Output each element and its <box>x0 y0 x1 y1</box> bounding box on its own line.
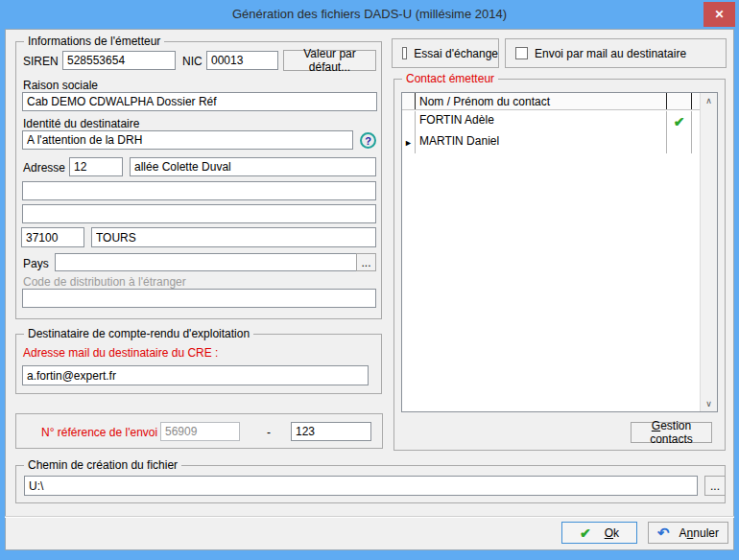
manage-contacts-button[interactable]: Gestion contacts <box>631 422 712 443</box>
row-pointer-icon: ► <box>404 139 413 148</box>
selected-check-cell <box>667 132 692 153</box>
path-group-title: Chemin de création du fichier <box>24 458 181 472</box>
contact-name: FORTIN Adèle <box>416 111 667 132</box>
ellipsis-icon: ... <box>710 479 720 493</box>
zip-input[interactable] <box>21 227 84 247</box>
path-browse-button[interactable]: ... <box>704 476 726 496</box>
envoi-mail-label: Envoi par mail au destinataire <box>535 47 686 60</box>
cre-group-title: Destinataire de compte-rendu d'exploitat… <box>24 327 253 340</box>
contacts-scrollbar[interactable]: ∧ ∨ <box>700 93 717 411</box>
foreign-code-input[interactable] <box>22 289 376 308</box>
reference-number-input <box>160 422 240 441</box>
city-input[interactable] <box>91 227 376 247</box>
undo-arrow-icon: ↶ <box>657 525 670 540</box>
contact-row-martin[interactable]: ► MARTIN Daniel <box>402 132 715 153</box>
close-button[interactable]: ✕ <box>703 2 735 27</box>
reference-suffix-input[interactable] <box>291 422 371 441</box>
cancel-button[interactable]: ↶ Annuler <box>648 522 728 544</box>
pays-input[interactable] <box>55 253 357 271</box>
cre-mail-label: Adresse mail du destinataire du CRE : <box>23 346 218 360</box>
raison-sociale-input[interactable] <box>22 92 377 111</box>
file-path-input[interactable] <box>24 476 698 496</box>
title-bar: Génération des fichiers DADS-U (millésim… <box>0 0 739 29</box>
emitter-group-title: Informations de l'émetteur <box>24 35 164 48</box>
address-street-input[interactable] <box>130 157 376 176</box>
identity-input[interactable] <box>22 130 353 150</box>
address-line3-input[interactable] <box>22 204 376 223</box>
selected-check-cell: ✔ <box>667 111 692 132</box>
raison-sociale-label: Raison sociale <box>23 79 98 92</box>
siren-input[interactable] <box>62 51 176 70</box>
reference-separator: - <box>267 426 271 439</box>
envoi-mail-box: Envoi par mail au destinataire <box>505 38 727 68</box>
ok-check-icon: ✔ <box>580 526 591 540</box>
help-icon[interactable]: ? <box>360 132 376 149</box>
close-icon: ✕ <box>714 8 724 21</box>
name-column-header: Nom / Prénom du contact <box>416 93 667 109</box>
envoi-mail-checkbox[interactable] <box>515 47 528 59</box>
contacts-table-header: Nom / Prénom du contact <box>402 93 715 110</box>
row-indicator-cell: ► <box>402 132 416 153</box>
contact-name: MARTIN Daniel <box>416 132 667 153</box>
address-number-input[interactable] <box>69 157 123 176</box>
address-label: Adresse : <box>23 161 72 175</box>
indicator-column-header <box>402 93 416 109</box>
nic-input[interactable] <box>206 51 278 70</box>
essai-echange-checkbox[interactable] <box>402 47 407 59</box>
green-check-icon: ✔ <box>674 115 685 128</box>
scroll-down-icon[interactable]: ∨ <box>701 396 717 411</box>
contacts-table: Nom / Prénom du contact FORTIN Adèle ✔ ►… <box>401 92 718 412</box>
cre-mail-input[interactable] <box>22 365 369 385</box>
scroll-up-icon[interactable]: ∧ <box>701 93 717 108</box>
ok-button[interactable]: ✔ Ok <box>561 522 637 544</box>
ellipsis-icon: ... <box>361 256 370 269</box>
window-title: Génération des fichiers DADS-U (millésim… <box>0 7 739 21</box>
essai-echange-box: Essai d'échange <box>392 38 499 68</box>
pays-label: Pays <box>23 257 49 270</box>
address-line2-input[interactable] <box>22 181 376 200</box>
essai-echange-label: Essai d'échange <box>414 47 498 60</box>
identity-label: Identité du destinataire <box>23 117 139 130</box>
reference-label: N° référence de l'envoi : <box>41 426 164 439</box>
contacts-group-title: Contact émetteur <box>402 72 498 85</box>
nic-label: NIC <box>182 55 203 68</box>
contact-row-fortin[interactable]: FORTIN Adèle ✔ <box>402 111 715 132</box>
foreign-code-label: Code de distribution à l'étranger <box>23 275 186 289</box>
row-indicator-cell <box>402 111 416 132</box>
default-values-button[interactable]: Valeur par défaut... <box>283 50 376 71</box>
pays-browse-button[interactable]: ... <box>356 253 376 271</box>
footer-separator <box>5 516 734 518</box>
check-column-header <box>667 93 692 109</box>
siren-label: SIREN <box>23 55 59 68</box>
